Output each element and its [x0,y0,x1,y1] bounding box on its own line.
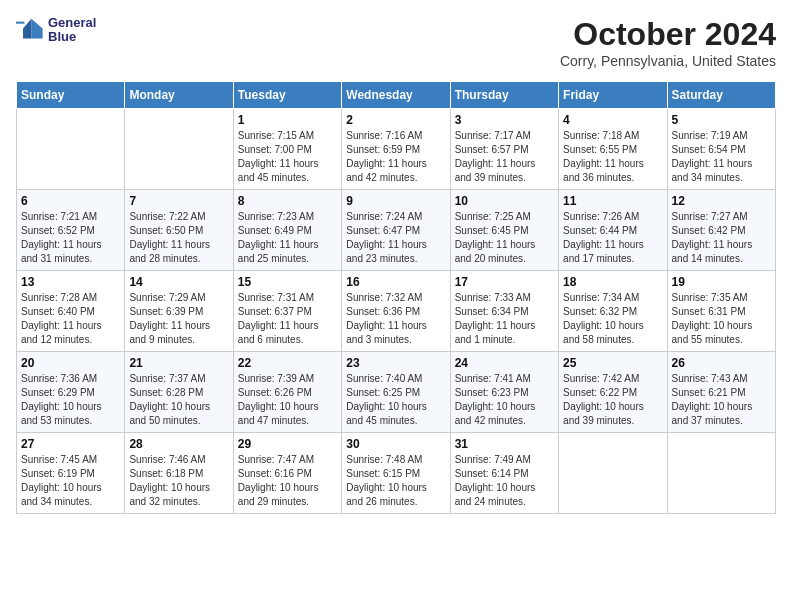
day-number: 8 [238,194,337,208]
calendar-cell: 31Sunrise: 7:49 AM Sunset: 6:14 PM Dayli… [450,433,558,514]
month-title: October 2024 [560,16,776,53]
calendar-cell: 27Sunrise: 7:45 AM Sunset: 6:19 PM Dayli… [17,433,125,514]
day-number: 24 [455,356,554,370]
day-info: Sunrise: 7:36 AM Sunset: 6:29 PM Dayligh… [21,372,120,428]
day-number: 21 [129,356,228,370]
day-number: 14 [129,275,228,289]
day-number: 7 [129,194,228,208]
day-number: 13 [21,275,120,289]
day-info: Sunrise: 7:29 AM Sunset: 6:39 PM Dayligh… [129,291,228,347]
calendar-week-row: 27Sunrise: 7:45 AM Sunset: 6:19 PM Dayli… [17,433,776,514]
calendar-cell: 25Sunrise: 7:42 AM Sunset: 6:22 PM Dayli… [559,352,667,433]
day-info: Sunrise: 7:42 AM Sunset: 6:22 PM Dayligh… [563,372,662,428]
calendar-cell: 30Sunrise: 7:48 AM Sunset: 6:15 PM Dayli… [342,433,450,514]
day-number: 17 [455,275,554,289]
day-info: Sunrise: 7:33 AM Sunset: 6:34 PM Dayligh… [455,291,554,347]
svg-rect-3 [16,22,24,24]
weekday-header: Friday [559,82,667,109]
day-info: Sunrise: 7:24 AM Sunset: 6:47 PM Dayligh… [346,210,445,266]
day-number: 15 [238,275,337,289]
day-number: 5 [672,113,771,127]
day-number: 30 [346,437,445,451]
day-number: 31 [455,437,554,451]
day-number: 10 [455,194,554,208]
calendar-cell: 14Sunrise: 7:29 AM Sunset: 6:39 PM Dayli… [125,271,233,352]
logo: General Blue [16,16,96,45]
calendar-cell: 5Sunrise: 7:19 AM Sunset: 6:54 PM Daylig… [667,109,775,190]
day-info: Sunrise: 7:31 AM Sunset: 6:37 PM Dayligh… [238,291,337,347]
day-info: Sunrise: 7:47 AM Sunset: 6:16 PM Dayligh… [238,453,337,509]
day-number: 4 [563,113,662,127]
day-info: Sunrise: 7:43 AM Sunset: 6:21 PM Dayligh… [672,372,771,428]
calendar-table: SundayMondayTuesdayWednesdayThursdayFrid… [16,81,776,514]
weekday-header: Monday [125,82,233,109]
day-info: Sunrise: 7:25 AM Sunset: 6:45 PM Dayligh… [455,210,554,266]
calendar-cell [667,433,775,514]
day-number: 6 [21,194,120,208]
calendar-cell: 17Sunrise: 7:33 AM Sunset: 6:34 PM Dayli… [450,271,558,352]
day-number: 26 [672,356,771,370]
day-info: Sunrise: 7:26 AM Sunset: 6:44 PM Dayligh… [563,210,662,266]
day-info: Sunrise: 7:15 AM Sunset: 7:00 PM Dayligh… [238,129,337,185]
calendar-week-row: 1Sunrise: 7:15 AM Sunset: 7:00 PM Daylig… [17,109,776,190]
day-info: Sunrise: 7:45 AM Sunset: 6:19 PM Dayligh… [21,453,120,509]
day-number: 3 [455,113,554,127]
calendar-cell: 4Sunrise: 7:18 AM Sunset: 6:55 PM Daylig… [559,109,667,190]
day-info: Sunrise: 7:49 AM Sunset: 6:14 PM Dayligh… [455,453,554,509]
calendar-cell: 10Sunrise: 7:25 AM Sunset: 6:45 PM Dayli… [450,190,558,271]
calendar-cell: 6Sunrise: 7:21 AM Sunset: 6:52 PM Daylig… [17,190,125,271]
weekday-header: Sunday [17,82,125,109]
day-number: 9 [346,194,445,208]
day-number: 20 [21,356,120,370]
calendar-cell: 13Sunrise: 7:28 AM Sunset: 6:40 PM Dayli… [17,271,125,352]
title-block: October 2024 Corry, Pennsylvania, United… [560,16,776,69]
calendar-cell: 29Sunrise: 7:47 AM Sunset: 6:16 PM Dayli… [233,433,341,514]
day-info: Sunrise: 7:21 AM Sunset: 6:52 PM Dayligh… [21,210,120,266]
calendar-week-row: 6Sunrise: 7:21 AM Sunset: 6:52 PM Daylig… [17,190,776,271]
logo-line2: Blue [48,30,96,44]
day-info: Sunrise: 7:22 AM Sunset: 6:50 PM Dayligh… [129,210,228,266]
day-number: 11 [563,194,662,208]
calendar-cell: 7Sunrise: 7:22 AM Sunset: 6:50 PM Daylig… [125,190,233,271]
day-number: 23 [346,356,445,370]
day-info: Sunrise: 7:23 AM Sunset: 6:49 PM Dayligh… [238,210,337,266]
day-info: Sunrise: 7:41 AM Sunset: 6:23 PM Dayligh… [455,372,554,428]
calendar-cell: 16Sunrise: 7:32 AM Sunset: 6:36 PM Dayli… [342,271,450,352]
day-info: Sunrise: 7:19 AM Sunset: 6:54 PM Dayligh… [672,129,771,185]
calendar-body: 1Sunrise: 7:15 AM Sunset: 7:00 PM Daylig… [17,109,776,514]
calendar-cell: 12Sunrise: 7:27 AM Sunset: 6:42 PM Dayli… [667,190,775,271]
calendar-cell [17,109,125,190]
day-info: Sunrise: 7:40 AM Sunset: 6:25 PM Dayligh… [346,372,445,428]
calendar-cell [125,109,233,190]
calendar-cell: 2Sunrise: 7:16 AM Sunset: 6:59 PM Daylig… [342,109,450,190]
calendar-cell [559,433,667,514]
calendar-cell: 23Sunrise: 7:40 AM Sunset: 6:25 PM Dayli… [342,352,450,433]
day-number: 2 [346,113,445,127]
page-header: General Blue October 2024 Corry, Pennsyl… [16,16,776,69]
day-info: Sunrise: 7:48 AM Sunset: 6:15 PM Dayligh… [346,453,445,509]
calendar-cell: 26Sunrise: 7:43 AM Sunset: 6:21 PM Dayli… [667,352,775,433]
calendar-cell: 22Sunrise: 7:39 AM Sunset: 6:26 PM Dayli… [233,352,341,433]
calendar-cell: 1Sunrise: 7:15 AM Sunset: 7:00 PM Daylig… [233,109,341,190]
calendar-week-row: 13Sunrise: 7:28 AM Sunset: 6:40 PM Dayli… [17,271,776,352]
svg-marker-1 [31,19,42,39]
day-number: 1 [238,113,337,127]
calendar-cell: 19Sunrise: 7:35 AM Sunset: 6:31 PM Dayli… [667,271,775,352]
day-info: Sunrise: 7:27 AM Sunset: 6:42 PM Dayligh… [672,210,771,266]
day-info: Sunrise: 7:16 AM Sunset: 6:59 PM Dayligh… [346,129,445,185]
calendar-cell: 8Sunrise: 7:23 AM Sunset: 6:49 PM Daylig… [233,190,341,271]
day-info: Sunrise: 7:18 AM Sunset: 6:55 PM Dayligh… [563,129,662,185]
weekday-header: Thursday [450,82,558,109]
calendar-week-row: 20Sunrise: 7:36 AM Sunset: 6:29 PM Dayli… [17,352,776,433]
day-number: 25 [563,356,662,370]
day-number: 22 [238,356,337,370]
day-number: 12 [672,194,771,208]
calendar-cell: 11Sunrise: 7:26 AM Sunset: 6:44 PM Dayli… [559,190,667,271]
weekday-header: Saturday [667,82,775,109]
logo-icon [16,16,44,44]
day-info: Sunrise: 7:39 AM Sunset: 6:26 PM Dayligh… [238,372,337,428]
day-info: Sunrise: 7:35 AM Sunset: 6:31 PM Dayligh… [672,291,771,347]
day-number: 18 [563,275,662,289]
day-info: Sunrise: 7:32 AM Sunset: 6:36 PM Dayligh… [346,291,445,347]
day-info: Sunrise: 7:17 AM Sunset: 6:57 PM Dayligh… [455,129,554,185]
